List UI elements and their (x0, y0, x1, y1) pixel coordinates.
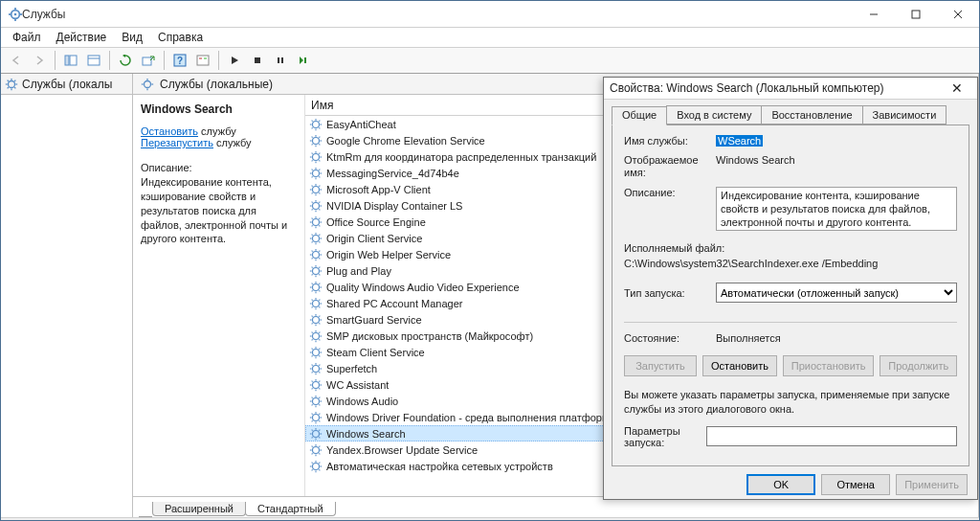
svg-line-144 (312, 306, 313, 307)
description-text: Индексирование контента, кэширование сво… (141, 175, 297, 246)
tab-extended[interactable]: Расширенный (152, 502, 246, 516)
start-button[interactable]: Запустить (624, 355, 697, 376)
svg-line-171 (312, 355, 313, 356)
svg-line-162 (312, 339, 313, 340)
svg-line-224 (319, 453, 320, 454)
tab-general[interactable]: Общие (612, 106, 667, 125)
console-tree-pane: Службы (локалы (1, 74, 133, 517)
service-name: SMP дисковых пространств (Майкрософт) (326, 330, 533, 342)
restart-service-link[interactable]: Перезапустить (141, 137, 213, 148)
svg-line-180 (312, 372, 313, 373)
properties-footer: OK Отмена Применить (604, 474, 977, 505)
gear-icon (309, 248, 323, 261)
restart-service-button[interactable] (292, 50, 315, 71)
tab-dependencies[interactable]: Зависимости (862, 105, 947, 125)
svg-line-154 (319, 315, 320, 316)
services-window: Службы Файл Действие Вид Справка ? (0, 0, 980, 521)
menu-help[interactable]: Справка (150, 29, 211, 46)
service-name: Superfetch (326, 363, 377, 374)
service-name: Origin Client Service (326, 233, 422, 244)
gear-icon (309, 427, 323, 441)
cancel-button[interactable]: Отмена (821, 474, 890, 495)
svg-point-38 (313, 121, 320, 127)
svg-line-208 (319, 413, 320, 414)
svg-line-160 (312, 331, 313, 332)
svg-rect-18 (199, 57, 202, 59)
help-button[interactable]: ? (168, 50, 191, 71)
selected-service-name: Windows Search (141, 102, 297, 116)
resume-button[interactable]: Продолжить (880, 355, 957, 376)
svg-line-169 (312, 348, 313, 349)
properties-button[interactable] (82, 50, 105, 71)
svg-point-33 (145, 80, 151, 87)
service-name: Quality Windows Audio Video Experience (326, 282, 520, 293)
svg-line-82 (319, 185, 320, 186)
svg-line-143 (319, 306, 320, 307)
maximize-button[interactable] (895, 1, 937, 28)
svg-point-119 (313, 267, 320, 274)
svg-line-215 (319, 437, 320, 438)
svg-line-29 (8, 79, 9, 80)
minimize-button[interactable] (853, 1, 895, 28)
svg-line-225 (312, 453, 313, 454)
svg-line-97 (312, 217, 313, 218)
gear-icon (309, 297, 323, 310)
stop-service-link[interactable]: Остановить (141, 125, 198, 137)
window-title: Службы (22, 8, 853, 21)
gear-icon (309, 395, 323, 408)
properties-close-button[interactable]: ✕ (943, 78, 971, 99)
forward-button[interactable] (28, 50, 51, 71)
svg-point-128 (313, 283, 320, 290)
toolbar: ? (1, 47, 979, 74)
svg-line-135 (312, 290, 313, 291)
svg-point-110 (313, 251, 320, 258)
svg-line-217 (319, 429, 320, 430)
startup-type-label: Тип запуска: (624, 287, 716, 299)
pause-button[interactable]: Приостановить (783, 355, 875, 376)
refresh-button[interactable] (114, 50, 137, 71)
svg-point-65 (313, 170, 320, 176)
svg-line-206 (319, 420, 320, 421)
service-description-panel: Windows Search Остановить службу Перезап… (133, 95, 305, 496)
svg-line-179 (319, 372, 320, 373)
svg-point-200 (313, 414, 320, 420)
svg-line-153 (312, 323, 313, 324)
start-params-input[interactable] (706, 426, 957, 446)
statusbar (1, 517, 979, 520)
start-service-button[interactable] (223, 50, 246, 71)
service-name-label: Имя службы: (624, 135, 716, 147)
tab-logon[interactable]: Вход в систему (666, 105, 762, 125)
pause-service-button[interactable] (269, 50, 292, 71)
svg-line-142 (312, 299, 313, 300)
svg-line-63 (312, 160, 313, 161)
menu-action[interactable]: Действие (49, 29, 115, 46)
stop-button[interactable]: Остановить (702, 355, 777, 376)
stop-service-button[interactable] (246, 50, 269, 71)
svg-point-173 (313, 365, 320, 372)
svg-point-74 (313, 186, 320, 193)
menu-view[interactable]: Вид (114, 29, 150, 46)
tab-recovery[interactable]: Восстановление (761, 105, 862, 125)
ok-button[interactable]: OK (746, 474, 815, 495)
svg-line-233 (319, 469, 320, 470)
toolbar-icon[interactable] (191, 50, 214, 71)
menu-file[interactable]: Файл (5, 29, 49, 46)
svg-rect-19 (204, 57, 207, 59)
svg-line-125 (319, 274, 320, 275)
svg-line-198 (312, 404, 313, 405)
svg-rect-20 (255, 57, 260, 63)
svg-line-214 (312, 429, 313, 430)
show-hide-tree-button[interactable] (59, 50, 82, 71)
apply-button[interactable]: Применить (896, 474, 968, 495)
back-button[interactable] (5, 50, 28, 71)
tab-standard[interactable]: Стандартный (245, 502, 336, 516)
startup-type-select[interactable]: Автоматически (отложенный запуск) (716, 283, 957, 303)
stop-service-link-row: Остановить службу (141, 125, 297, 137)
svg-line-89 (319, 209, 320, 210)
export-button[interactable] (137, 50, 160, 71)
executable-path: C:\Windows\system32\SearchIndexer.exe /E… (624, 258, 878, 269)
close-button[interactable] (937, 1, 979, 28)
gear-icon (141, 78, 154, 91)
svg-line-126 (312, 274, 313, 275)
description-textarea[interactable]: Индексирование контента, кэширование сво… (716, 187, 957, 231)
